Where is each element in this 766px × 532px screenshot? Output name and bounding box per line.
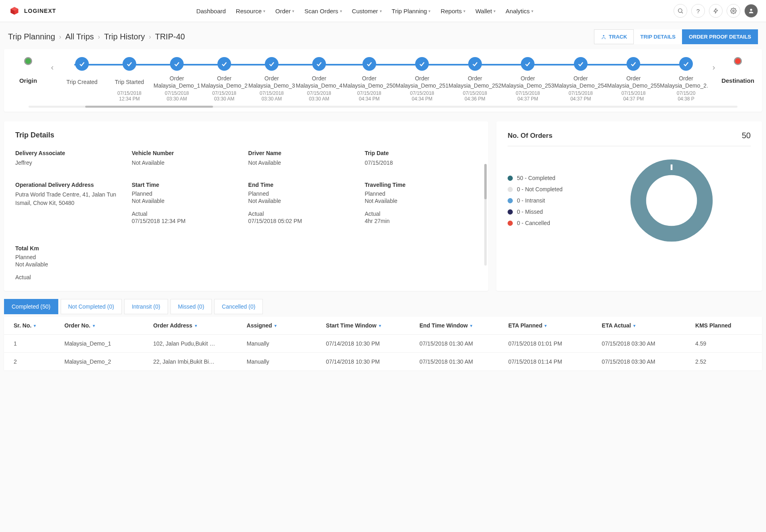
tab-intransit[interactable]: Intransit (0) [124,299,168,314]
breadcrumb-item[interactable]: Trip History [104,32,145,41]
orders-legend: 50 - Completed0 - Not Completed0 - Intra… [508,175,580,226]
timeline-item[interactable]: Trip Started07/15/201812:34 PM [106,57,153,102]
column-header[interactable]: Sr. No.▾ [14,322,61,329]
legend-item: 0 - Intransit [508,197,580,204]
nav-analytics[interactable]: Analytics▾ [506,8,533,14]
chevron-down-icon: ▾ [292,9,294,13]
column-header[interactable]: Assigned▾ [247,322,323,329]
timeline-item[interactable]: Order Malaysia_Demo_25207/15/201804:36 P… [449,57,502,102]
timeline-item[interactable]: Order Malaysia_Demo_407/15/201803:30 AM [295,57,343,102]
details-scrollbar[interactable] [484,164,487,266]
vehicle-number-field: Vehicle Number Not Available [132,150,236,167]
chevron-down-icon: ▾ [463,9,465,13]
destination-pin-icon [734,57,742,65]
nav-scan-orders[interactable]: Scan Orders▾ [304,8,342,14]
timeline-item[interactable]: Order Malaysia_Demo_25107/15/201804:34 P… [396,57,449,102]
breadcrumb: Trip Planning›All Trips›Trip History›TRI… [8,32,185,41]
destination-endpoint: Destination [720,57,756,84]
check-icon [75,57,89,71]
timeline-item[interactable]: Order Malaysia_Demo_25407/15/201804:37 P… [554,57,607,102]
timeline-item[interactable]: Order Malaysia_Demo_25307/15/201804:37 P… [502,57,555,102]
trip-date-field: Trip Date 07/15/2018 [365,150,469,167]
column-header[interactable]: Order No.▾ [64,322,150,329]
column-header[interactable]: KMS Planned [695,322,752,329]
trip-details-card: Trip Details Delivery Associate Jeffrey … [4,121,488,291]
avatar[interactable] [744,4,758,18]
travelling-time-field: Travelling Time Planned Not Available Ac… [365,182,469,231]
table-row[interactable]: 2Malaysia_Demo_222, Jalan Imbi,Bukit Bi…… [4,353,762,371]
sort-icon: ▾ [93,323,95,328]
check-icon [123,57,136,71]
timeline-prev-button[interactable]: ‹ [46,57,58,77]
total-km-field: Total Km Planned Not Available Actual [15,245,120,281]
svg-point-0 [678,9,682,12]
tab-missed[interactable]: Missed (0) [170,299,212,314]
check-icon [679,57,693,71]
sort-icon: ▾ [633,323,635,328]
help-icon[interactable]: ? [691,4,705,18]
check-icon [468,57,482,71]
start-time-field: Start Time Planned Not Available Actual … [132,182,236,231]
nav-customer[interactable]: Customer▾ [352,8,382,14]
lightning-icon[interactable] [709,4,723,18]
column-header[interactable]: ETA Planned▾ [508,322,599,329]
breadcrumb-row: Trip Planning›All Trips›Trip History›TRI… [0,22,766,49]
nav-dashboard[interactable]: Dashboard [196,8,225,14]
legend-item: 0 - Missed [508,209,580,215]
nav-resource[interactable]: Resource▾ [236,8,265,14]
check-icon [217,57,231,71]
sort-icon: ▾ [545,323,547,328]
svg-point-2 [733,10,734,12]
timeline-item[interactable]: Order Malaysia_Demo_25507/15/201804:37 P… [607,57,660,102]
table-row[interactable]: 1Malaysia_Demo_1102, Jalan Pudu,Bukit …M… [4,335,762,353]
timeline-scrollbar[interactable] [29,106,737,108]
nav-reports[interactable]: Reports▾ [440,8,465,14]
header-actions: ? [674,4,758,18]
chevron-down-icon: ▾ [428,9,430,13]
check-icon [627,57,640,71]
timeline-item[interactable]: Trip Created [58,57,106,90]
brand-name: LOGINEXT [24,8,56,14]
tab-completed[interactable]: Completed (50) [4,299,58,314]
settings-icon[interactable] [727,4,740,18]
timeline-item[interactable]: Order Malaysia_Demo_2…07/15/2004:38 P [660,57,708,102]
sort-icon: ▾ [274,323,276,328]
column-header[interactable]: Start Time Window▾ [326,322,416,329]
chevron-down-icon: ▾ [494,9,496,13]
search-icon[interactable] [674,4,687,18]
timeline-item[interactable]: Order Malaysia_Demo_207/15/201803:30 AM [201,57,248,102]
breadcrumb-item[interactable]: TRIP-40 [155,32,185,41]
check-icon [363,57,376,71]
track-button[interactable]: TRACK [594,29,634,44]
timeline-item[interactable]: Order Malaysia_Demo_307/15/201803:30 AM [248,57,295,102]
nav-order[interactable]: Order▾ [275,8,294,14]
main-nav: DashboardResource▾Order▾Scan Orders▾Cust… [196,8,533,14]
column-header[interactable]: Order Address▾ [153,322,244,329]
trip-details-button[interactable]: TRIP DETAILS [634,29,682,44]
chevron-down-icon: ▾ [380,9,382,13]
breadcrumb-item[interactable]: Trip Planning [8,32,55,41]
orders-summary-card: No. Of Orders 50 50 - Completed0 - Not C… [496,121,762,291]
nav-wallet[interactable]: Wallet▾ [475,8,496,14]
timeline-next-button[interactable]: › [708,57,720,77]
check-icon [170,57,184,71]
nav-trip-planning[interactable]: Trip Planning▾ [392,8,431,14]
logo-icon [8,4,21,17]
legend-swatch [508,221,513,226]
breadcrumb-item[interactable]: All Trips [65,32,94,41]
trip-details-title: Trip Details [15,131,477,139]
brand[interactable]: LOGINEXT [8,4,56,17]
tab-not[interactable]: Not Completed (0) [61,299,122,314]
column-header[interactable]: End Time Window▾ [420,322,505,329]
chevron-down-icon: ▾ [531,9,533,13]
orders-title: No. Of Orders [508,132,552,140]
orders-count: 50 [742,131,751,140]
tab-cancelled[interactable]: Cancelled (0) [214,299,263,314]
timeline-item[interactable]: Order Malaysia_Demo_25007/15/201804:34 P… [343,57,396,102]
column-header[interactable]: ETA Actual▾ [602,322,692,329]
delivery-associate-field: Delivery Associate Jeffrey [15,150,120,167]
timeline-item[interactable]: Order Malaysia_Demo_107/15/201803:30 AM [153,57,201,102]
table-header: Sr. No.▾Order No.▾Order Address▾Assigned… [4,317,762,335]
timeline-card: Origin ‹ Trip CreatedTrip Started07/15/2… [4,49,762,112]
order-proof-details-button[interactable]: ORDER PROOF DETAILS [682,29,758,44]
